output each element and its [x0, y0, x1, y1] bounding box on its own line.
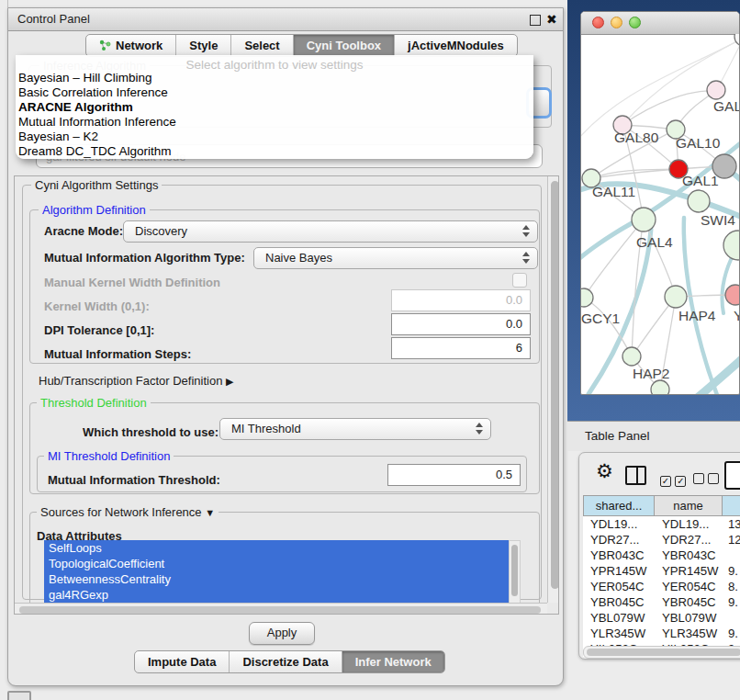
kernel-width-field[interactable]: 0.0	[391, 289, 531, 311]
table-cell[interactable]: YBL079W	[655, 610, 723, 626]
tab-impute-data[interactable]: Impute Data	[135, 651, 229, 672]
table-cell[interactable]: YER054C	[583, 579, 655, 594]
table-cell[interactable]	[723, 610, 740, 626]
table-cell[interactable]: YBR045C	[655, 594, 723, 610]
tab-infer-network[interactable]: Infer Network	[342, 651, 444, 672]
table-row[interactable]: YBR043CYBR043C	[583, 548, 740, 563]
network-node[interactable]	[707, 81, 725, 99]
float-panel-icon[interactable]	[530, 15, 541, 26]
table-cell[interactable]: YPR145W	[583, 563, 655, 579]
network-edge[interactable]	[695, 352, 740, 395]
table-cell[interactable]: YBR045C	[583, 594, 655, 610]
apply-button[interactable]: Apply	[249, 622, 315, 645]
algorithm-option-bayesian-k2[interactable]: Bayesian – K2	[16, 130, 533, 144]
tab-jactivemnodules[interactable]: jActiveMNodules	[394, 35, 517, 56]
which-threshold-select[interactable]: MI Threshold	[219, 418, 491, 440]
table-cell[interactable]: YBL079W	[583, 610, 655, 626]
collapse-down-icon[interactable]: ▼	[205, 507, 215, 518]
table-hscrollbar[interactable]	[583, 646, 740, 659]
table-cell[interactable]: YBR043C	[655, 548, 723, 563]
control-panel-titlebar[interactable]: Control Panel ✖	[8, 8, 563, 31]
network-node[interactable]	[581, 288, 593, 307]
column-header-shared[interactable]: shared...	[583, 495, 655, 516]
tab-style[interactable]: Style	[175, 35, 230, 56]
split-columns-icon[interactable]	[625, 466, 646, 485]
network-node[interactable]	[725, 285, 740, 305]
tab-discretize-data[interactable]: Discretize Data	[229, 651, 341, 672]
aracne-mode-select[interactable]: Discovery	[123, 220, 538, 243]
algorithm-option-basic-correlation-inference[interactable]: Basic Correlation Inference	[16, 85, 533, 100]
network-node[interactable]	[723, 231, 740, 260]
minimize-traffic-light[interactable]	[611, 17, 622, 28]
table-cell[interactable]: 12	[723, 532, 740, 548]
column-header-name[interactable]: name	[655, 495, 723, 516]
network-edge[interactable]	[622, 91, 716, 125]
attributes-scrollbar[interactable]	[509, 540, 521, 604]
table-row[interactable]: YLR345WYLR345W9.	[583, 626, 740, 641]
manual-kernel-checkbox[interactable]	[512, 273, 527, 288]
mi-steps-field[interactable]: 6	[391, 337, 531, 359]
table-row[interactable]: YPR145WYPR145W9.	[583, 563, 740, 579]
attribute-item-topologicalcoefficient[interactable]: TopologicalCoefficient	[44, 556, 509, 571]
network-node[interactable]	[688, 190, 710, 212]
network-node[interactable]	[622, 347, 641, 366]
table-row[interactable]: YBR045CYBR045C9.	[583, 594, 740, 610]
tab-select[interactable]: Select	[230, 35, 292, 56]
table-cell[interactable]	[723, 548, 740, 563]
scrollbar-thumb[interactable]	[551, 181, 559, 589]
zoom-traffic-light[interactable]	[629, 17, 641, 28]
table-row[interactable]: YBL079WYBL079W	[583, 610, 740, 626]
table-cell[interactable]: YDR27...	[655, 532, 723, 548]
algorithm-option-mutual-information-inference[interactable]: Mutual Information Inference	[16, 115, 533, 130]
table-cell[interactable]: YLR345W	[655, 626, 723, 641]
table-cell[interactable]: 8.	[723, 579, 740, 594]
document-icon[interactable]	[724, 461, 740, 490]
table-cell[interactable]: YBR043C	[583, 548, 655, 563]
table-cell[interactable]: 9.	[723, 563, 740, 579]
table-cell[interactable]: YLR345W	[583, 626, 655, 641]
table-cell[interactable]: YDL19...	[583, 516, 655, 532]
attribute-item-betweennesscentrality[interactable]: BetweennessCentrality	[44, 571, 509, 587]
table-cell[interactable]: YER054C	[655, 579, 723, 594]
select-all-checks-icon[interactable]: ✓ ✓	[660, 471, 686, 488]
table-cell[interactable]: YDR27...	[583, 532, 655, 548]
network-node[interactable]	[734, 34, 740, 46]
hub-definition-toggle[interactable]: Hub/Transcription Factor Definition ▶	[39, 374, 233, 388]
tab-cyni-toolbox[interactable]: Cyni Toolbox	[293, 35, 394, 56]
table-cell[interactable]: 9.	[723, 594, 740, 610]
table-cell[interactable]: YDL19...	[655, 516, 723, 532]
settings-vscrollbar[interactable]	[547, 176, 559, 603]
clear-checks-icon[interactable]	[693, 471, 719, 488]
network-node[interactable]	[665, 286, 687, 308]
table-cell[interactable]: 13	[723, 516, 740, 532]
gear-icon[interactable]: ⚙	[596, 460, 613, 482]
table-row[interactable]: YDL19...YDL19...13	[583, 516, 740, 532]
close-traffic-light[interactable]	[592, 17, 604, 28]
column-header-clipped[interactable]	[723, 495, 740, 516]
sources-toggle[interactable]: Sources for Network Inference ▼	[37, 505, 219, 519]
algorithm-option-dream8-dc-tdc-algorithm[interactable]: Dream8 DC_TDC Algorithm	[16, 144, 533, 159]
scrollbar-thumb[interactable]	[511, 545, 518, 596]
mi-type-select[interactable]: Naive Bayes	[253, 247, 538, 269]
tab-network[interactable]: Network	[86, 35, 175, 56]
table-cell[interactable]: 9.	[723, 626, 740, 641]
mi-threshold-field[interactable]: 0.5	[387, 464, 521, 486]
attribute-item-gal4rgexp[interactable]: gal4RGexp	[44, 587, 509, 603]
network-node[interactable]	[632, 208, 656, 231]
clipped-corner-button[interactable]	[7, 691, 31, 700]
close-icon[interactable]: ✖	[546, 10, 557, 28]
dpi-tolerance-field[interactable]: 0.0	[391, 313, 531, 335]
network-edge[interactable]	[684, 218, 719, 395]
algorithm-option-aracne-algorithm[interactable]: ARACNE Algorithm	[16, 100, 533, 115]
scrollbar-thumb[interactable]	[19, 606, 541, 614]
scrollbar-thumb[interactable]	[587, 649, 740, 656]
table-row[interactable]: YDR27...YDR27...12	[583, 532, 740, 548]
algorithm-option-bayesian-hill-climbing[interactable]: Bayesian – Hill Climbing	[16, 71, 533, 85]
network-window-titlebar[interactable]	[581, 12, 739, 35]
network-canvas[interactable]: GALGAL80GAL10GAL1GAL11SWI4GAL4GCY1HAP4YH…	[581, 34, 740, 395]
expand-right-icon[interactable]: ▶	[226, 376, 233, 387]
settings-hscrollbar[interactable]	[15, 603, 547, 615]
attribute-item-selfloops[interactable]: SelfLoops	[44, 540, 509, 556]
table-row[interactable]: YER054CYER054C8.	[583, 579, 740, 594]
table-cell[interactable]: YPR145W	[655, 563, 723, 579]
